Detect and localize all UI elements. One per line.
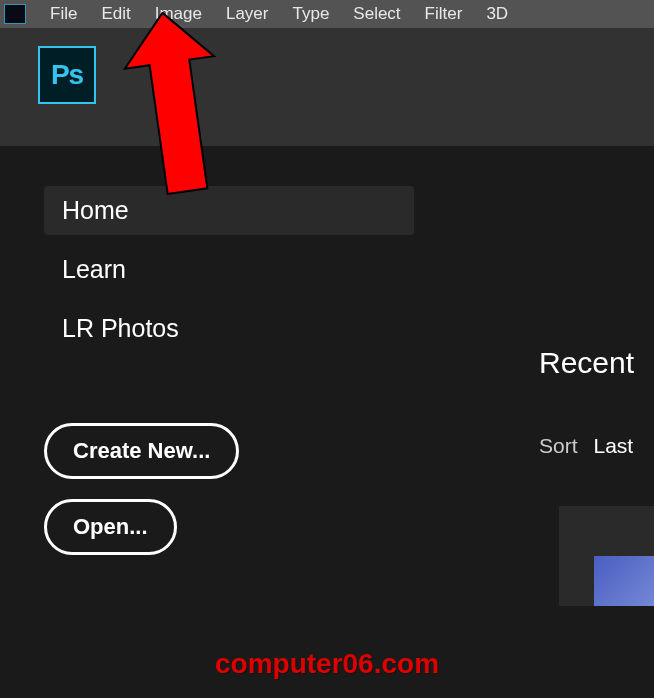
menu-bar-left-icon [0,0,50,28]
recent-title: Recent [539,346,654,380]
sort-row: Sort Last [539,434,654,458]
create-new-button[interactable]: Create New... [44,423,239,479]
sidebar-nav: Home Learn LR Photos [44,186,414,353]
photoshop-logo: Ps [38,46,96,104]
header-bar: Ps [0,28,654,146]
menu-filter[interactable]: Filter [425,4,463,24]
menu-select[interactable]: Select [353,4,400,24]
thumbnail-image [594,556,654,606]
menu-edit[interactable]: Edit [101,4,130,24]
sidebar-item-lr-photos[interactable]: LR Photos [44,304,414,353]
menu-layer[interactable]: Layer [226,4,269,24]
sidebar-item-home[interactable]: Home [44,186,414,235]
menu-file[interactable]: File [50,4,77,24]
photoshop-logo-text: Ps [51,59,83,91]
menu-type[interactable]: Type [292,4,329,24]
sort-label: Sort [539,434,578,458]
watermark-text: computer06.com [215,648,439,680]
sidebar-item-learn[interactable]: Learn [44,245,414,294]
app-icon-small [4,4,26,24]
open-button[interactable]: Open... [44,499,177,555]
home-screen: Home Learn LR Photos Create New... Open.… [0,146,654,698]
menu-image[interactable]: Image [155,4,202,24]
sort-value[interactable]: Last [594,434,634,458]
menu-3d[interactable]: 3D [486,4,508,24]
menu-bar: File Edit Image Layer Type Select Filter… [0,0,654,28]
recent-thumbnail[interactable] [559,506,654,606]
recent-panel: Recent Sort Last [539,346,654,606]
